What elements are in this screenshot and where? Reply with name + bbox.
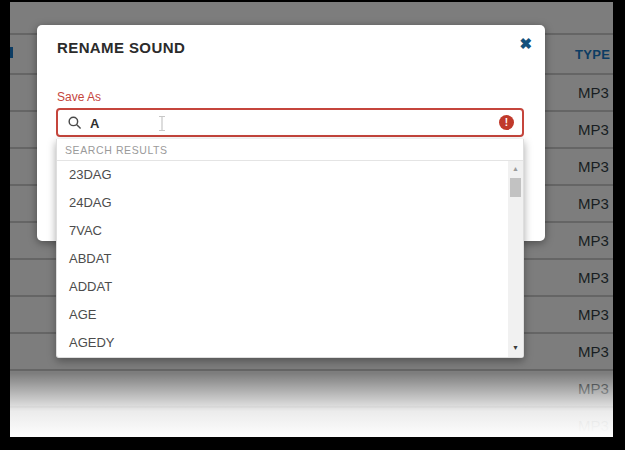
table-cell-type: MP3 (578, 195, 609, 212)
scroll-up-icon[interactable]: ▲ (508, 163, 523, 175)
list-item[interactable]: ADDAT (57, 273, 508, 301)
list-item[interactable]: AGE (57, 301, 508, 329)
table-cell-type: MP3 (578, 121, 609, 138)
modal-title: RENAME SOUND (57, 39, 185, 56)
scrollbar-thumb[interactable] (510, 178, 521, 197)
table-cell-type: MP3 (578, 269, 609, 286)
table-cell-type: MP3 (578, 343, 609, 360)
type-column-header: TYPE (575, 47, 610, 62)
list-item[interactable]: 24DAG (57, 189, 508, 217)
table-row-divider (10, 369, 613, 371)
table-cell-type: MP3 (578, 306, 609, 323)
save-as-input[interactable] (88, 112, 462, 135)
search-results-list: 23DAG 24DAG 7VAC ABDAT ADDAT AGE AGEDY (57, 161, 508, 357)
list-item[interactable]: 23DAG (57, 161, 508, 189)
text-cursor-icon (157, 115, 167, 136)
search-results-header: SEARCH RESULTS (57, 139, 523, 161)
list-item[interactable]: AGEDY (57, 329, 508, 357)
table-cell-type: MP3 (578, 232, 609, 249)
bottom-fade (10, 373, 613, 437)
scroll-down-icon[interactable]: ▼ (508, 342, 523, 354)
clipped-column-header (10, 47, 13, 58)
table-cell-type: MP3 (578, 158, 609, 175)
save-as-label: Save As (57, 90, 101, 104)
error-icon: ! (499, 115, 514, 130)
save-as-search-box[interactable]: ! (56, 108, 524, 137)
scrollbar[interactable]: ▲ ▼ (508, 161, 523, 357)
list-item[interactable]: 7VAC (57, 217, 508, 245)
table-cell-type: MP3 (578, 84, 609, 101)
list-item[interactable]: ABDAT (57, 245, 508, 273)
search-results-dropdown: SEARCH RESULTS 23DAG 24DAG 7VAC ABDAT AD… (56, 139, 524, 358)
search-icon (67, 115, 83, 135)
close-icon[interactable]: ✖ (519, 36, 532, 51)
